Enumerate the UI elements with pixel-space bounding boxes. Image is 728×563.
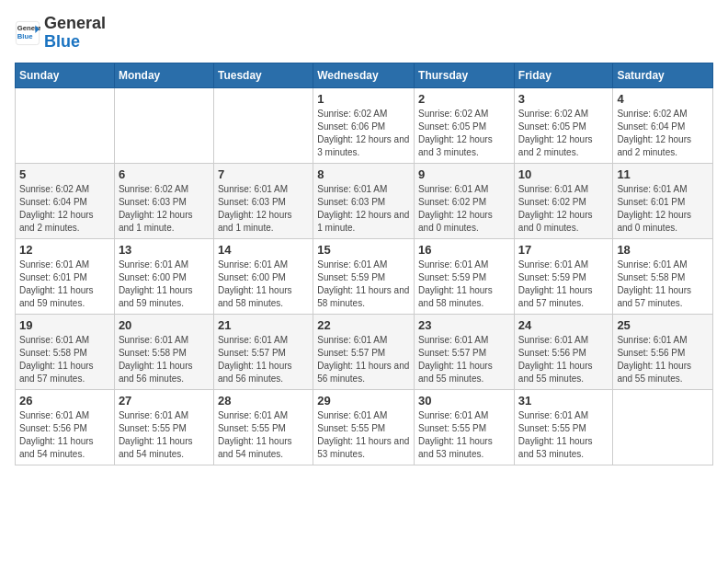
day-number: 9 [418,167,510,181]
calendar-week-row: 5Sunrise: 6:02 AMSunset: 6:04 PMDaylight… [16,163,713,238]
weekday-header: Tuesday [213,63,313,87]
calendar-cell: 18Sunrise: 6:01 AMSunset: 5:58 PMDayligh… [613,238,713,314]
day-info: Sunrise: 6:01 AMSunset: 6:01 PMDaylight:… [19,259,110,310]
day-info: Sunrise: 6:01 AMSunset: 5:59 PMDaylight:… [518,259,609,310]
calendar-week-row: 19Sunrise: 6:01 AMSunset: 5:58 PMDayligh… [16,314,713,389]
calendar-cell: 26Sunrise: 6:01 AMSunset: 5:56 PMDayligh… [16,389,115,465]
day-number: 4 [617,92,709,106]
calendar-cell [613,389,713,465]
day-number: 15 [317,243,410,257]
day-info: Sunrise: 6:01 AMSunset: 6:03 PMDaylight:… [218,183,309,235]
day-info: Sunrise: 6:01 AMSunset: 5:58 PMDaylight:… [617,259,709,310]
day-info: Sunrise: 6:02 AMSunset: 6:04 PMDaylight:… [617,108,709,159]
day-number: 2 [418,92,510,106]
day-number: 17 [518,243,609,257]
day-number: 5 [19,167,110,181]
weekday-header: Saturday [613,63,713,87]
calendar-cell: 29Sunrise: 6:01 AMSunset: 5:55 PMDayligh… [313,389,415,465]
day-info: Sunrise: 6:01 AMSunset: 5:57 PMDaylight:… [218,334,309,385]
calendar-cell: 30Sunrise: 6:01 AMSunset: 5:55 PMDayligh… [415,389,515,465]
calendar-cell: 13Sunrise: 6:01 AMSunset: 6:00 PMDayligh… [114,238,213,314]
calendar-cell: 10Sunrise: 6:01 AMSunset: 6:02 PMDayligh… [514,163,613,238]
calendar-week-row: 1Sunrise: 6:02 AMSunset: 6:06 PMDaylight… [16,87,713,163]
calendar-cell: 31Sunrise: 6:01 AMSunset: 5:55 PMDayligh… [514,389,613,465]
day-number: 19 [19,318,110,332]
day-info: Sunrise: 6:02 AMSunset: 6:06 PMDaylight:… [317,108,410,159]
day-number: 29 [317,394,410,408]
calendar-cell: 12Sunrise: 6:01 AMSunset: 6:01 PMDayligh… [16,238,115,314]
day-number: 30 [418,394,510,408]
day-info: Sunrise: 6:01 AMSunset: 5:57 PMDaylight:… [418,334,510,385]
day-number: 27 [119,394,210,408]
calendar-cell: 25Sunrise: 6:01 AMSunset: 5:56 PMDayligh… [613,314,713,389]
day-number: 16 [418,243,510,257]
logo-icon: General Blue [15,20,40,46]
day-number: 26 [19,394,110,408]
svg-text:Blue: Blue [17,31,33,40]
weekday-header: Sunday [16,63,115,87]
day-number: 6 [119,167,210,181]
day-number: 7 [218,167,309,181]
calendar-cell: 9Sunrise: 6:01 AMSunset: 6:02 PMDaylight… [415,163,515,238]
calendar-cell: 27Sunrise: 6:01 AMSunset: 5:55 PMDayligh… [114,389,213,465]
day-number: 12 [19,243,110,257]
calendar-cell: 28Sunrise: 6:01 AMSunset: 5:55 PMDayligh… [213,389,313,465]
day-info: Sunrise: 6:01 AMSunset: 5:58 PMDaylight:… [19,334,110,385]
day-number: 11 [617,167,709,181]
calendar-week-row: 12Sunrise: 6:01 AMSunset: 6:01 PMDayligh… [16,238,713,314]
calendar-cell: 8Sunrise: 6:01 AMSunset: 6:03 PMDaylight… [313,163,415,238]
day-number: 31 [518,394,609,408]
calendar-cell: 20Sunrise: 6:01 AMSunset: 5:58 PMDayligh… [114,314,213,389]
calendar-cell: 23Sunrise: 6:01 AMSunset: 5:57 PMDayligh… [415,314,515,389]
day-info: Sunrise: 6:02 AMSunset: 6:04 PMDaylight:… [19,183,110,235]
weekday-header: Friday [514,63,613,87]
calendar-cell: 3Sunrise: 6:02 AMSunset: 6:05 PMDaylight… [514,87,613,163]
day-info: Sunrise: 6:02 AMSunset: 6:05 PMDaylight:… [518,108,609,159]
calendar-cell: 14Sunrise: 6:01 AMSunset: 6:00 PMDayligh… [213,238,313,314]
day-number: 24 [518,318,609,332]
calendar-table: SundayMondayTuesdayWednesdayThursdayFrid… [15,63,713,465]
day-number: 21 [218,318,309,332]
day-info: Sunrise: 6:01 AMSunset: 6:03 PMDaylight:… [317,183,410,235]
calendar-cell: 22Sunrise: 6:01 AMSunset: 5:57 PMDayligh… [313,314,415,389]
day-number: 18 [617,243,709,257]
weekday-header: Monday [114,63,213,87]
calendar-cell [16,87,115,163]
day-info: Sunrise: 6:02 AMSunset: 6:05 PMDaylight:… [418,108,510,159]
day-info: Sunrise: 6:01 AMSunset: 6:00 PMDaylight:… [218,259,309,310]
weekday-header: Thursday [415,63,515,87]
page-header: General Blue General Blue [15,15,713,52]
day-info: Sunrise: 6:01 AMSunset: 6:00 PMDaylight:… [119,259,210,310]
calendar-cell: 6Sunrise: 6:02 AMSunset: 6:03 PMDaylight… [114,163,213,238]
day-info: Sunrise: 6:01 AMSunset: 5:55 PMDaylight:… [218,409,309,461]
day-info: Sunrise: 6:01 AMSunset: 5:55 PMDaylight:… [418,409,510,461]
day-number: 23 [418,318,510,332]
day-number: 13 [119,243,210,257]
calendar-cell [213,87,313,163]
day-info: Sunrise: 6:01 AMSunset: 5:56 PMDaylight:… [518,334,609,385]
calendar-cell: 15Sunrise: 6:01 AMSunset: 5:59 PMDayligh… [313,238,415,314]
day-info: Sunrise: 6:01 AMSunset: 5:56 PMDaylight:… [617,334,709,385]
day-number: 25 [617,318,709,332]
day-info: Sunrise: 6:01 AMSunset: 6:02 PMDaylight:… [418,183,510,235]
day-info: Sunrise: 6:01 AMSunset: 5:55 PMDaylight:… [119,409,210,461]
calendar-cell: 7Sunrise: 6:01 AMSunset: 6:03 PMDaylight… [213,163,313,238]
day-info: Sunrise: 6:01 AMSunset: 5:56 PMDaylight:… [19,409,110,461]
day-number: 10 [518,167,609,181]
calendar-cell [114,87,213,163]
calendar-cell: 5Sunrise: 6:02 AMSunset: 6:04 PMDaylight… [16,163,115,238]
day-info: Sunrise: 6:01 AMSunset: 6:01 PMDaylight:… [617,183,709,235]
day-info: Sunrise: 6:01 AMSunset: 5:55 PMDaylight:… [317,409,410,461]
calendar-header: SundayMondayTuesdayWednesdayThursdayFrid… [16,63,713,87]
day-info: Sunrise: 6:01 AMSunset: 5:59 PMDaylight:… [418,259,510,310]
day-info: Sunrise: 6:01 AMSunset: 6:02 PMDaylight:… [518,183,609,235]
calendar-cell: 24Sunrise: 6:01 AMSunset: 5:56 PMDayligh… [514,314,613,389]
calendar-cell: 21Sunrise: 6:01 AMSunset: 5:57 PMDayligh… [213,314,313,389]
day-info: Sunrise: 6:01 AMSunset: 5:55 PMDaylight:… [518,409,609,461]
day-number: 1 [317,92,410,106]
day-number: 28 [218,394,309,408]
calendar-cell: 17Sunrise: 6:01 AMSunset: 5:59 PMDayligh… [514,238,613,314]
day-number: 8 [317,167,410,181]
calendar-cell: 16Sunrise: 6:01 AMSunset: 5:59 PMDayligh… [415,238,515,314]
calendar-week-row: 26Sunrise: 6:01 AMSunset: 5:56 PMDayligh… [16,389,713,465]
